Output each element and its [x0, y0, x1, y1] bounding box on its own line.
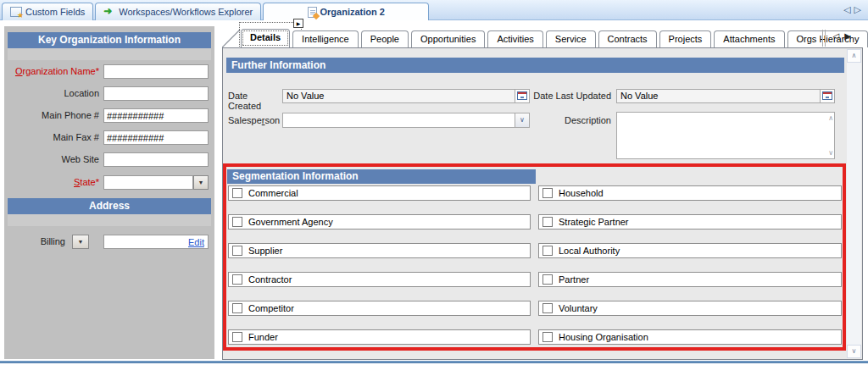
segment-partner[interactable]: Partner	[538, 272, 842, 287]
scroll-up-icon[interactable]: ∧	[828, 114, 833, 122]
checkbox-label: Supplier	[248, 246, 282, 256]
field-row: Organization Name*	[4, 64, 214, 79]
web-site-label: Web Site	[4, 154, 99, 164]
billing-dropdown-button[interactable]: ▼	[72, 235, 89, 249]
field-row: Location	[4, 86, 214, 101]
checkbox[interactable]	[232, 303, 242, 313]
location-label: Location	[4, 88, 99, 98]
billing-row: Billing ▼ Edit	[4, 235, 214, 249]
tab-details[interactable]: Details	[241, 29, 290, 47]
segment-government-agency[interactable]: Government Agency	[228, 214, 531, 230]
calendar-icon[interactable]	[515, 90, 529, 102]
checkbox[interactable]	[232, 217, 242, 227]
key-info-header: Key Organization Information	[8, 32, 211, 48]
top-tab-workspaces-workflows-explorer[interactable]: ➜Workspaces/Workflows Explorer	[95, 3, 261, 20]
smart-tag-button[interactable]: ▶	[293, 19, 303, 28]
tab-opportunities[interactable]: Opportunities	[411, 30, 485, 47]
date-created-field[interactable]: No Value	[282, 89, 530, 103]
location-input[interactable]	[103, 86, 209, 101]
salesperson-select[interactable]: ∨	[282, 113, 530, 128]
scroll-up-icon[interactable]: ∧	[847, 49, 861, 63]
segment-supplier[interactable]: Supplier	[228, 243, 531, 258]
main-fax-input[interactable]	[103, 130, 209, 145]
date-last-updated-field[interactable]: No Value	[616, 89, 835, 103]
description-textarea[interactable]: ∧ ∨	[616, 112, 835, 159]
tab-service[interactable]: Service	[546, 30, 596, 47]
checkbox[interactable]	[232, 246, 242, 256]
field-row: Main Phone #	[4, 108, 214, 123]
scroll-down-icon[interactable]: ∨	[847, 345, 861, 358]
checkbox[interactable]	[232, 188, 242, 198]
checkbox-label: Government Agency	[248, 217, 333, 227]
top-tab-custom-fields[interactable]: Custom Fields	[2, 3, 93, 20]
tab-projects[interactable]: Projects	[659, 30, 712, 47]
state-label: State*	[4, 177, 99, 187]
web-site-input[interactable]	[103, 152, 209, 167]
segmentation-section-highlight: Segmentation Information CommercialGover…	[223, 163, 846, 351]
detail-tab-scroll[interactable]: ◁▶	[833, 31, 856, 41]
checkbox-label: Voluntary	[559, 303, 598, 313]
scroll-left-icon[interactable]: ◁	[843, 4, 854, 14]
checkbox[interactable]	[542, 332, 553, 342]
description-label: Description	[530, 115, 611, 127]
top-tab-organization-2[interactable]: Organization 2	[263, 3, 429, 20]
state-input[interactable]	[103, 175, 193, 190]
checkbox[interactable]	[542, 246, 553, 256]
tab-activities[interactable]: Activities	[487, 30, 542, 47]
main-phone-label: Main Phone #	[4, 110, 99, 120]
segment-funder[interactable]: Funder	[228, 329, 531, 345]
scroll-left-icon[interactable]: ◁	[833, 31, 845, 41]
details-tab-page: Further Information Date Created No Valu…	[222, 47, 863, 360]
date-last-updated-label: Date Last Updated	[530, 91, 611, 102]
checkbox-label: Contractor	[248, 274, 292, 285]
scroll-right-icon[interactable]: ▷	[854, 4, 865, 14]
main-phone-input[interactable]	[103, 108, 209, 123]
segment-local-authority[interactable]: Local Authority	[538, 243, 842, 258]
address-header: Address	[8, 198, 211, 214]
scroll-right-icon[interactable]: ▶	[844, 31, 856, 41]
field-row: State*▼	[4, 175, 214, 190]
checkbox-label: Household	[559, 188, 604, 198]
checkbox-label: Commercial	[248, 188, 298, 198]
checkbox[interactable]	[542, 217, 553, 227]
detail-tabs: DetailsIntelligencePeopleOpportunitiesAc…	[241, 28, 868, 47]
tab-attachments[interactable]: Attachments	[714, 30, 784, 47]
segment-housing-organisation[interactable]: Housing Organisation	[538, 329, 842, 345]
segment-household[interactable]: Household	[538, 185, 842, 201]
checkbox[interactable]	[232, 332, 242, 342]
checkbox[interactable]	[542, 274, 553, 285]
vertical-scrollbar[interactable]: ∧ ∨	[847, 49, 861, 358]
segment-commercial[interactable]: Commercial	[228, 185, 531, 201]
billing-label: Billing	[4, 236, 65, 246]
checkbox[interactable]	[542, 188, 553, 198]
scroll-down-icon[interactable]: ∨	[828, 149, 833, 157]
dropdown-button[interactable]: ▼	[193, 175, 209, 190]
checkbox-label: Strategic Partner	[559, 217, 629, 227]
tab-contracts[interactable]: Contracts	[598, 30, 657, 47]
checkbox[interactable]	[542, 303, 553, 313]
further-information-header: Further Information	[226, 58, 844, 73]
segmentation-header: Segmentation Information	[227, 169, 536, 184]
checkbox[interactable]	[232, 274, 242, 285]
segment-competitor[interactable]: Competitor	[228, 301, 531, 316]
checkbox-label: Funder	[248, 332, 278, 342]
calendar-icon[interactable]	[820, 90, 834, 102]
billing-address-field[interactable]: Edit	[103, 235, 209, 249]
edit-link[interactable]: Edit	[188, 237, 204, 247]
tab-scroll-arrows[interactable]: ◁▷	[843, 4, 865, 15]
segment-contractor[interactable]: Contractor	[228, 272, 531, 287]
window-bottom-border	[0, 361, 868, 363]
tab-people[interactable]: People	[361, 30, 409, 47]
field-row: Main Fax #	[4, 130, 214, 145]
segment-voluntary[interactable]: Voluntary	[538, 301, 842, 316]
chevron-down-icon[interactable]: ∨	[515, 113, 529, 127]
tab-control-edge	[222, 30, 241, 48]
tab-intelligence[interactable]: Intelligence	[292, 30, 359, 47]
checkbox-label: Housing Organisation	[559, 332, 648, 342]
segment-strategic-partner[interactable]: Strategic Partner	[538, 214, 842, 230]
checkbox-label: Partner	[559, 274, 589, 285]
key-organization-panel: Key Organization Information Organizatio…	[4, 26, 214, 359]
organization-name-input[interactable]	[103, 64, 209, 79]
top-tab-label: Organization 2	[320, 7, 385, 17]
header-strip	[8, 214, 211, 226]
